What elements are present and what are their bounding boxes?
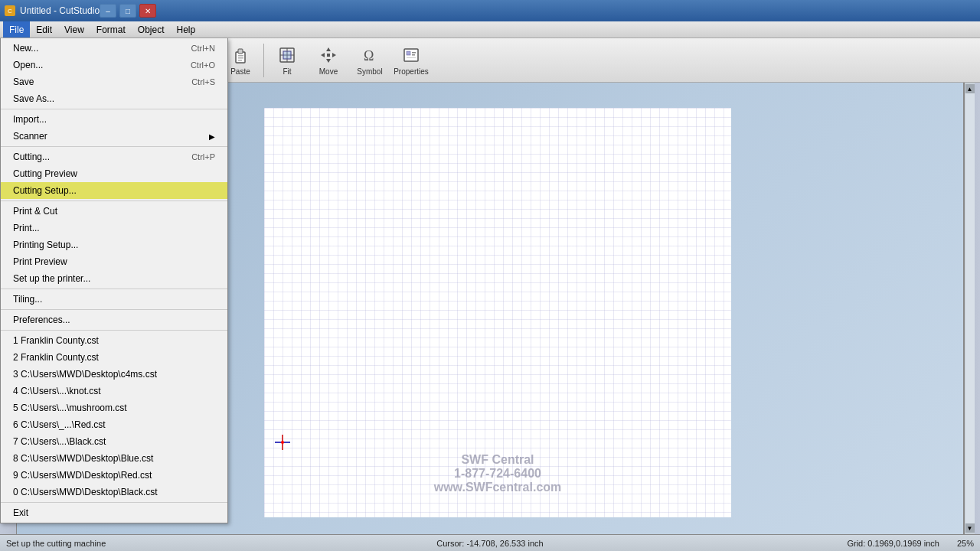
svg-marker-24: [326, 47, 331, 51]
symbol-label: Symbol: [357, 67, 382, 76]
menu-new[interactable]: New... Ctrl+N: [1, 40, 227, 57]
menu-recent-6[interactable]: 6 C:\Users\_...\Red.cst: [1, 416, 227, 433]
paste-label: Paste: [230, 67, 250, 76]
file-menu-section-7: 1 Franklin County.cst 2 Franklin County.…: [1, 331, 227, 503]
origin-marker: [275, 435, 290, 450]
file-menu-section-1: New... Ctrl+N Open... Ctrl+O Save Ctrl+S…: [1, 38, 227, 109]
menu-edit[interactable]: Edit: [30, 21, 58, 37]
svg-point-37: [281, 441, 284, 444]
svg-rect-33: [412, 54, 415, 56]
file-menu-dropdown: New... Ctrl+N Open... Ctrl+O Save Ctrl+S…: [0, 38, 228, 523]
move-icon: [318, 44, 339, 66]
svg-rect-16: [238, 49, 243, 54]
menu-print[interactable]: Print...: [1, 220, 227, 236]
app-icon: C: [5, 5, 15, 16]
symbol-icon: Ω: [359, 44, 381, 66]
menu-save-as[interactable]: Save As...: [1, 90, 227, 107]
file-menu-section-5: Tiling...: [1, 289, 227, 310]
svg-rect-17: [238, 55, 243, 57]
close-button[interactable]: ✕: [139, 4, 156, 18]
menu-recent-5[interactable]: 5 C:\Users\...\mushroom.cst: [1, 399, 227, 416]
window-controls: – □ ✕: [100, 4, 156, 18]
menu-cutting[interactable]: Cutting... Ctrl+P: [1, 148, 227, 165]
menu-help[interactable]: Help: [171, 21, 202, 37]
menu-exit[interactable]: Exit: [1, 504, 227, 521]
separator-3: [263, 44, 264, 77]
menu-object[interactable]: Object: [132, 21, 171, 37]
paste-icon: [230, 44, 251, 66]
scroll-up-button[interactable]: ▲: [965, 84, 975, 93]
menu-print-cut[interactable]: Print & Cut: [1, 203, 227, 220]
symbol-button[interactable]: Ω Symbol: [350, 41, 390, 80]
file-menu-section-3: Cutting... Ctrl+P Cutting Preview Cuttin…: [1, 147, 227, 201]
menu-file[interactable]: File: [3, 21, 30, 37]
menu-recent-2[interactable]: 2 Franklin County.cst: [1, 349, 227, 366]
fit-button[interactable]: Fit: [267, 41, 307, 80]
move-button[interactable]: Move: [309, 41, 348, 80]
menu-view[interactable]: View: [58, 21, 90, 37]
menu-recent-4[interactable]: 4 C:\Users\...\knot.cst: [1, 383, 227, 399]
svg-marker-27: [332, 53, 336, 57]
svg-rect-30: [404, 49, 418, 61]
file-menu-section-8: Exit: [1, 503, 227, 523]
menu-scanner[interactable]: Scanner ▶: [1, 128, 227, 145]
menu-recent-8[interactable]: 8 C:\Users\MWD\Desktop\Blue.cst: [1, 450, 227, 467]
file-menu-section-4: Print & Cut Print... Printing Setup... P…: [1, 201, 227, 289]
status-zoom: 25%: [957, 539, 974, 548]
menu-print-preview[interactable]: Print Preview: [1, 253, 227, 270]
status-bar: Set up the cutting machine Cursor: -14.7…: [0, 534, 980, 551]
menu-tiling[interactable]: Tiling...: [1, 291, 227, 308]
menu-cutting-setup[interactable]: Cutting Setup...: [1, 182, 227, 199]
menu-printing-setup[interactable]: Printing Setup...: [1, 236, 227, 253]
menu-bar: File Edit View Format Object Help New...…: [0, 21, 980, 38]
properties-label: Properties: [394, 67, 429, 76]
menu-save[interactable]: Save Ctrl+S: [1, 73, 227, 90]
svg-marker-25: [326, 59, 331, 63]
menu-recent-7[interactable]: 7 C:\Users\...\Black.cst: [1, 433, 227, 450]
menu-preferences[interactable]: Preferences...: [1, 311, 227, 328]
menu-import[interactable]: Import...: [1, 111, 227, 128]
minimize-button[interactable]: –: [100, 4, 116, 18]
title-bar: C Untitled - CutStudio – □ ✕: [0, 0, 980, 21]
menu-recent-1[interactable]: 1 Franklin County.cst: [1, 332, 227, 349]
menu-format[interactable]: Format: [90, 21, 132, 37]
svg-rect-31: [407, 51, 410, 55]
scroll-track: [965, 93, 975, 523]
move-label: Move: [319, 67, 338, 76]
file-menu-section-6: Preferences...: [1, 310, 227, 331]
canvas-container: SWF Central 1-877-724-6400 www.SWFcentra…: [264, 108, 731, 517]
menu-open[interactable]: Open... Ctrl+O: [1, 57, 227, 73]
svg-rect-19: [238, 60, 242, 61]
canvas-grid: [264, 108, 731, 517]
status-grid-text: Grid: 0.1969,0.1969 inch: [847, 539, 939, 548]
scroll-down-button[interactable]: ▼: [965, 523, 975, 533]
svg-marker-26: [321, 53, 325, 57]
svg-rect-28: [327, 54, 330, 57]
v-scrollbar[interactable]: ▲ ▼: [964, 83, 975, 534]
menu-cutting-preview[interactable]: Cutting Preview: [1, 165, 227, 182]
right-panel: ▲ ▼: [963, 83, 980, 534]
menu-recent-0[interactable]: 0 C:\Users\MWD\Desktop\Black.cst: [1, 484, 227, 500]
file-menu-section-2: Import... Scanner ▶: [1, 109, 227, 147]
svg-rect-34: [407, 57, 416, 58]
properties-button[interactable]: Properties: [391, 41, 431, 80]
status-grid: Grid: 0.1969,0.1969 inch 25%: [662, 539, 974, 548]
maximize-button[interactable]: □: [119, 4, 136, 18]
menu-recent-9[interactable]: 9 C:\Users\MWD\Desktop\Red.cst: [1, 467, 227, 484]
svg-text:Ω: Ω: [364, 48, 374, 64]
status-cursor: Cursor: -14.708, 26.533 inch: [334, 539, 646, 548]
fit-icon: [276, 44, 298, 66]
properties-icon: [400, 44, 422, 66]
title-text: Untitled - CutStudio: [20, 5, 100, 16]
menu-recent-3[interactable]: 3 C:\Users\MWD\Desktop\c4ms.cst: [1, 366, 227, 383]
menu-set-printer[interactable]: Set up the printer...: [1, 270, 227, 287]
svg-rect-32: [412, 52, 416, 54]
status-message: Set up the cutting machine: [6, 539, 318, 548]
svg-rect-18: [238, 57, 243, 59]
svg-rect-23: [283, 51, 291, 59]
fit-label: Fit: [283, 67, 291, 76]
